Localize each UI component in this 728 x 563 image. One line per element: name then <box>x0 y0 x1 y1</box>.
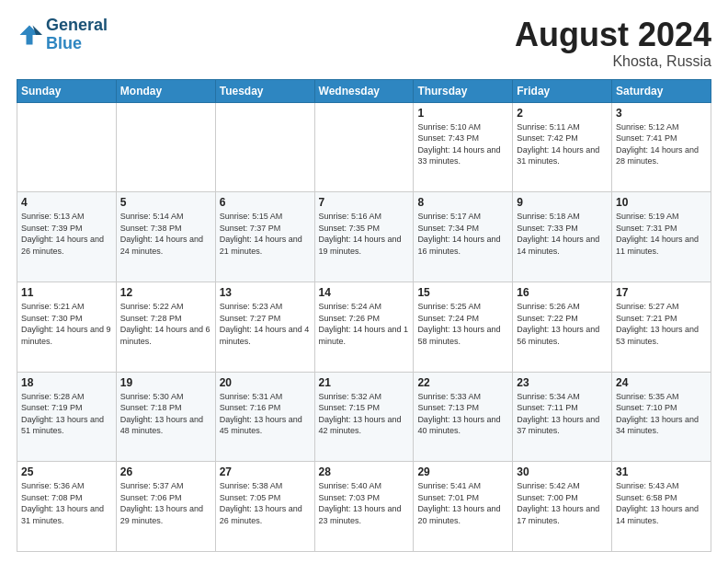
title-block: August 2024 Khosta, Russia <box>515 17 711 70</box>
day-cell: 31Sunrise: 5:43 AM Sunset: 6:58 PM Dayli… <box>612 462 711 552</box>
day-number: 6 <box>220 196 311 209</box>
day-number: 19 <box>120 376 211 389</box>
day-number: 17 <box>616 286 707 299</box>
day-info: Sunrise: 5:37 AM Sunset: 7:06 PM Dayligh… <box>120 480 211 526</box>
day-cell: 8Sunrise: 5:17 AM Sunset: 7:34 PM Daylig… <box>414 192 513 282</box>
day-number: 22 <box>417 376 508 389</box>
day-info: Sunrise: 5:28 AM Sunset: 7:19 PM Dayligh… <box>21 391 112 437</box>
calendar: SundayMondayTuesdayWednesdayThursdayFrid… <box>17 79 711 552</box>
day-info: Sunrise: 5:15 AM Sunset: 7:37 PM Dayligh… <box>220 211 311 257</box>
day-cell: 23Sunrise: 5:34 AM Sunset: 7:11 PM Dayli… <box>513 372 612 462</box>
logo-line2: Blue <box>46 35 108 53</box>
day-cell: 7Sunrise: 5:16 AM Sunset: 7:35 PM Daylig… <box>314 192 414 282</box>
day-info: Sunrise: 5:18 AM Sunset: 7:33 PM Dayligh… <box>517 211 608 257</box>
day-cell: 28Sunrise: 5:40 AM Sunset: 7:03 PM Dayli… <box>314 462 414 552</box>
day-cell <box>116 102 215 192</box>
weekday-header: Saturday <box>612 79 711 102</box>
day-number: 21 <box>319 376 410 389</box>
week-row: 4Sunrise: 5:13 AM Sunset: 7:39 PM Daylig… <box>17 192 711 282</box>
day-cell: 25Sunrise: 5:36 AM Sunset: 7:08 PM Dayli… <box>17 462 117 552</box>
day-info: Sunrise: 5:22 AM Sunset: 7:28 PM Dayligh… <box>120 301 211 347</box>
day-number: 31 <box>616 465 707 478</box>
day-info: Sunrise: 5:21 AM Sunset: 7:30 PM Dayligh… <box>21 301 112 347</box>
week-row: 11Sunrise: 5:21 AM Sunset: 7:30 PM Dayli… <box>17 282 711 372</box>
day-cell: 13Sunrise: 5:23 AM Sunset: 7:27 PM Dayli… <box>215 282 314 372</box>
day-info: Sunrise: 5:30 AM Sunset: 7:18 PM Dayligh… <box>120 391 211 437</box>
day-cell: 6Sunrise: 5:15 AM Sunset: 7:37 PM Daylig… <box>215 192 314 282</box>
location: Khosta, Russia <box>515 53 711 70</box>
day-info: Sunrise: 5:40 AM Sunset: 7:03 PM Dayligh… <box>319 480 410 526</box>
day-cell: 21Sunrise: 5:32 AM Sunset: 7:15 PM Dayli… <box>314 372 414 462</box>
day-cell: 20Sunrise: 5:31 AM Sunset: 7:16 PM Dayli… <box>215 372 314 462</box>
day-cell: 10Sunrise: 5:19 AM Sunset: 7:31 PM Dayli… <box>612 192 711 282</box>
day-info: Sunrise: 5:43 AM Sunset: 6:58 PM Dayligh… <box>616 480 707 526</box>
day-number: 5 <box>120 196 211 209</box>
day-cell: 11Sunrise: 5:21 AM Sunset: 7:30 PM Dayli… <box>17 282 117 372</box>
day-cell: 12Sunrise: 5:22 AM Sunset: 7:28 PM Dayli… <box>116 282 215 372</box>
day-number: 29 <box>417 465 508 478</box>
day-info: Sunrise: 5:27 AM Sunset: 7:21 PM Dayligh… <box>616 301 707 347</box>
day-info: Sunrise: 5:24 AM Sunset: 7:26 PM Dayligh… <box>319 301 410 347</box>
day-number: 8 <box>417 196 508 209</box>
month-title: August 2024 <box>515 17 711 53</box>
day-cell: 22Sunrise: 5:33 AM Sunset: 7:13 PM Dayli… <box>414 372 513 462</box>
day-info: Sunrise: 5:25 AM Sunset: 7:24 PM Dayligh… <box>417 301 508 347</box>
logo-line1: General <box>46 17 108 35</box>
week-row: 25Sunrise: 5:36 AM Sunset: 7:08 PM Dayli… <box>17 462 711 552</box>
week-row: 18Sunrise: 5:28 AM Sunset: 7:19 PM Dayli… <box>17 372 711 462</box>
header: General Blue August 2024 Khosta, Russia <box>17 17 711 70</box>
day-cell: 2Sunrise: 5:11 AM Sunset: 7:42 PM Daylig… <box>513 102 612 192</box>
day-info: Sunrise: 5:31 AM Sunset: 7:16 PM Dayligh… <box>220 391 311 437</box>
day-number: 16 <box>517 286 608 299</box>
day-number: 28 <box>319 465 410 478</box>
day-cell <box>17 102 117 192</box>
logo-text: General Blue <box>46 17 108 53</box>
day-cell: 27Sunrise: 5:38 AM Sunset: 7:05 PM Dayli… <box>215 462 314 552</box>
day-cell: 5Sunrise: 5:14 AM Sunset: 7:38 PM Daylig… <box>116 192 215 282</box>
day-info: Sunrise: 5:35 AM Sunset: 7:10 PM Dayligh… <box>616 391 707 437</box>
day-number: 3 <box>616 107 707 120</box>
day-number: 18 <box>21 376 112 389</box>
day-number: 15 <box>417 286 508 299</box>
day-info: Sunrise: 5:33 AM Sunset: 7:13 PM Dayligh… <box>417 391 508 437</box>
day-info: Sunrise: 5:16 AM Sunset: 7:35 PM Dayligh… <box>319 211 410 257</box>
weekday-header-row: SundayMondayTuesdayWednesdayThursdayFrid… <box>17 79 711 102</box>
day-info: Sunrise: 5:13 AM Sunset: 7:39 PM Dayligh… <box>21 211 112 257</box>
day-cell: 1Sunrise: 5:10 AM Sunset: 7:43 PM Daylig… <box>414 102 513 192</box>
day-cell <box>215 102 314 192</box>
day-info: Sunrise: 5:38 AM Sunset: 7:05 PM Dayligh… <box>220 480 311 526</box>
day-number: 24 <box>616 376 707 389</box>
day-number: 20 <box>220 376 311 389</box>
day-info: Sunrise: 5:34 AM Sunset: 7:11 PM Dayligh… <box>517 391 608 437</box>
day-cell: 19Sunrise: 5:30 AM Sunset: 7:18 PM Dayli… <box>116 372 215 462</box>
day-number: 4 <box>21 196 112 209</box>
day-info: Sunrise: 5:12 AM Sunset: 7:41 PM Dayligh… <box>616 121 707 167</box>
day-cell: 26Sunrise: 5:37 AM Sunset: 7:06 PM Dayli… <box>116 462 215 552</box>
day-info: Sunrise: 5:32 AM Sunset: 7:15 PM Dayligh… <box>319 391 410 437</box>
day-number: 25 <box>21 465 112 478</box>
day-cell: 18Sunrise: 5:28 AM Sunset: 7:19 PM Dayli… <box>17 372 117 462</box>
day-cell: 17Sunrise: 5:27 AM Sunset: 7:21 PM Dayli… <box>612 282 711 372</box>
day-info: Sunrise: 5:41 AM Sunset: 7:01 PM Dayligh… <box>417 480 508 526</box>
day-number: 9 <box>517 196 608 209</box>
day-info: Sunrise: 5:23 AM Sunset: 7:27 PM Dayligh… <box>220 301 311 347</box>
logo: General Blue <box>17 17 108 53</box>
day-info: Sunrise: 5:14 AM Sunset: 7:38 PM Dayligh… <box>120 211 211 257</box>
day-cell: 24Sunrise: 5:35 AM Sunset: 7:10 PM Dayli… <box>612 372 711 462</box>
day-number: 27 <box>220 465 311 478</box>
day-info: Sunrise: 5:26 AM Sunset: 7:22 PM Dayligh… <box>517 301 608 347</box>
week-row: 1Sunrise: 5:10 AM Sunset: 7:43 PM Daylig… <box>17 102 711 192</box>
day-info: Sunrise: 5:17 AM Sunset: 7:34 PM Dayligh… <box>417 211 508 257</box>
day-number: 10 <box>616 196 707 209</box>
weekday-header: Monday <box>116 79 215 102</box>
day-cell: 14Sunrise: 5:24 AM Sunset: 7:26 PM Dayli… <box>314 282 414 372</box>
weekday-header: Thursday <box>414 79 513 102</box>
day-cell: 29Sunrise: 5:41 AM Sunset: 7:01 PM Dayli… <box>414 462 513 552</box>
day-number: 1 <box>417 107 508 120</box>
day-info: Sunrise: 5:42 AM Sunset: 7:00 PM Dayligh… <box>517 480 608 526</box>
day-cell: 30Sunrise: 5:42 AM Sunset: 7:00 PM Dayli… <box>513 462 612 552</box>
day-number: 26 <box>120 465 211 478</box>
day-cell: 16Sunrise: 5:26 AM Sunset: 7:22 PM Dayli… <box>513 282 612 372</box>
day-number: 2 <box>517 107 608 120</box>
day-number: 13 <box>220 286 311 299</box>
